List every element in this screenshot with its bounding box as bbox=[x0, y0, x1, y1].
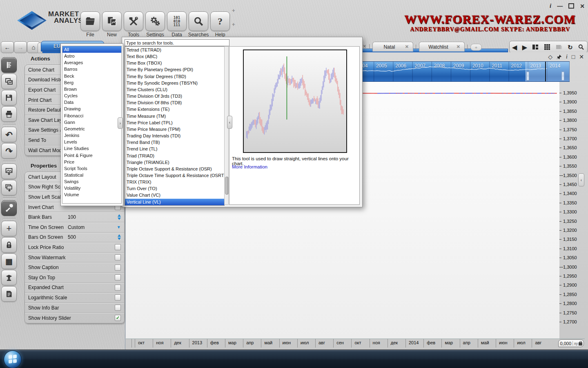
more-information-link[interactable]: More Information bbox=[232, 164, 267, 169]
export-images-button[interactable] bbox=[1, 180, 17, 195]
grid-view-icon[interactable] bbox=[544, 44, 550, 50]
tool-item[interactable]: Vertical Line (VL) bbox=[125, 199, 224, 205]
scale-lock-control[interactable]: 0,000 xy bbox=[558, 339, 584, 347]
property-show-caption[interactable]: Show Caption bbox=[25, 263, 124, 273]
link-diamond-icon[interactable]: ◇ bbox=[548, 54, 552, 60]
new-tab-button[interactable]: + bbox=[470, 44, 482, 51]
category-item[interactable]: Jenkins bbox=[62, 132, 121, 139]
category-item[interactable]: Price bbox=[62, 159, 121, 165]
toolbar-tools-button[interactable] bbox=[124, 11, 143, 31]
close-icon[interactable]: ✕ bbox=[580, 3, 585, 9]
property-bars-on-screen[interactable]: Bars On Screen500 bbox=[25, 233, 124, 243]
chart-info-icon[interactable]: i bbox=[566, 54, 568, 60]
pin-icon[interactable] bbox=[557, 54, 562, 60]
property-value[interactable]: 100 bbox=[68, 214, 76, 220]
tab-natal[interactable]: Natal ✕ bbox=[372, 42, 413, 52]
layout-icon[interactable] bbox=[532, 44, 539, 50]
category-item[interactable]: All bbox=[62, 46, 121, 53]
education-button[interactable] bbox=[1, 270, 17, 285]
tool-item[interactable]: Time By Planetary Degrees (PDI) bbox=[125, 66, 224, 73]
tool-item[interactable]: Trend Band (TB) bbox=[125, 139, 224, 146]
time-axis[interactable]: 0,000 xy октноядек2013февмарапрмайиюниюл… bbox=[126, 339, 585, 348]
category-item[interactable]: Cycles bbox=[62, 92, 121, 99]
category-item[interactable]: Swings bbox=[62, 178, 121, 185]
tool-item[interactable]: Time Extensions (TE) bbox=[125, 106, 224, 112]
grid-button[interactable]: ▦ bbox=[1, 254, 17, 269]
add-button[interactable]: + bbox=[1, 221, 17, 236]
next-chart-icon[interactable]: ▶ bbox=[522, 44, 527, 50]
category-item[interactable]: Gann bbox=[62, 119, 121, 126]
checkbox[interactable] bbox=[115, 265, 121, 271]
category-item[interactable]: Berg bbox=[62, 79, 121, 86]
print-button[interactable] bbox=[1, 106, 17, 122]
tool-item[interactable]: Triad (TRIAD) bbox=[125, 153, 224, 159]
undo-button[interactable]: ↶ bbox=[1, 127, 17, 142]
tool-item[interactable]: Trend Line (TL) bbox=[125, 146, 224, 152]
property-blank-bars[interactable]: Blank Bars100 bbox=[25, 212, 124, 222]
refresh-icon[interactable]: ↻ bbox=[568, 44, 573, 50]
tool-item[interactable]: Value Chart (VC) bbox=[125, 192, 224, 198]
property-show-info-bar[interactable]: Show Info Bar bbox=[25, 303, 124, 313]
category-item[interactable]: Fibonacci bbox=[62, 112, 121, 119]
tool-item[interactable]: Time Measure (TM) bbox=[125, 113, 224, 119]
property-value[interactable]: Custom bbox=[68, 224, 85, 230]
property-expanded-chart[interactable]: Expanded Chart bbox=[25, 283, 124, 293]
export-image-button[interactable] bbox=[1, 164, 17, 179]
tool-item[interactable]: Triangle (TRIANGLE) bbox=[125, 159, 224, 166]
toolbar-help-button[interactable]: ? bbox=[210, 11, 230, 31]
chart-mode-button[interactable] bbox=[1, 57, 17, 73]
category-item[interactable]: Astro bbox=[62, 53, 121, 59]
step-up-icon[interactable] bbox=[118, 214, 121, 217]
tool-item[interactable]: Time Price Label (TPL) bbox=[125, 119, 224, 126]
maximize-icon[interactable] bbox=[568, 3, 574, 9]
category-item[interactable]: Script Tools bbox=[62, 165, 121, 172]
report-button[interactable] bbox=[1, 286, 17, 302]
tab-natal-close-icon[interactable]: ✕ bbox=[405, 44, 409, 49]
tool-item[interactable]: Time Price Measure (TPM) bbox=[125, 126, 224, 132]
tool-item[interactable]: Triple Octave Time Support & Resistance … bbox=[125, 172, 224, 179]
windows-start-button[interactable] bbox=[4, 350, 22, 368]
collapse-preview-button[interactable]: ‹ bbox=[227, 116, 232, 129]
tab-watchlist[interactable]: Watchlist ✕ bbox=[419, 42, 465, 52]
chart-close-icon[interactable]: ✕ bbox=[579, 54, 584, 60]
category-item[interactable]: Barros bbox=[62, 66, 121, 72]
property-stay-on-top[interactable]: Stay On Top bbox=[25, 273, 124, 283]
step-up-icon[interactable] bbox=[118, 234, 121, 237]
checkbox[interactable] bbox=[115, 305, 121, 311]
category-item[interactable]: Brown bbox=[62, 86, 121, 92]
category-item[interactable]: Volume bbox=[62, 191, 121, 198]
wrench-button[interactable] bbox=[1, 200, 17, 216]
category-item[interactable]: Volatility bbox=[62, 185, 121, 191]
category-item[interactable]: Line Studies bbox=[62, 145, 121, 152]
lock-button[interactable] bbox=[1, 237, 17, 253]
category-item[interactable]: Levels bbox=[62, 139, 121, 145]
tool-item[interactable]: Trading Day Intervals (TDI) bbox=[125, 132, 224, 139]
checkbox[interactable] bbox=[115, 274, 121, 280]
price-axis[interactable]: 1,39501,39001,38501,38001,37501,37001,36… bbox=[559, 82, 585, 339]
category-item[interactable]: Statistical bbox=[62, 172, 121, 178]
checkbox[interactable]: ✓ bbox=[115, 315, 121, 321]
tab-close-icon[interactable]: ✕ bbox=[363, 44, 366, 49]
tool-item[interactable]: TRIX (TRIX) bbox=[125, 179, 224, 185]
category-item[interactable]: Averages bbox=[62, 59, 121, 66]
expand-categories-button[interactable]: › bbox=[118, 117, 123, 129]
checkbox[interactable] bbox=[115, 254, 121, 260]
category-item[interactable]: Data bbox=[62, 99, 121, 105]
tool-item[interactable]: Time Clusters (CLU) bbox=[125, 86, 224, 93]
dropdown-chevron-icon[interactable]: ▼ bbox=[117, 225, 121, 229]
step-down-icon[interactable] bbox=[118, 238, 121, 240]
tab-watchlist-close-icon[interactable]: ✕ bbox=[457, 44, 460, 49]
redo-button[interactable]: ↷ bbox=[1, 143, 17, 159]
save-button[interactable] bbox=[1, 90, 17, 105]
tool-item[interactable]: Time Division Of 3rds (TD3) bbox=[125, 93, 224, 99]
clone-picture-button[interactable] bbox=[1, 74, 17, 89]
toolbar-new-button[interactable] bbox=[102, 11, 122, 31]
category-item[interactable]: Beck bbox=[62, 73, 121, 79]
toolbar-file-button[interactable] bbox=[80, 11, 100, 31]
stepper-control[interactable] bbox=[118, 234, 121, 240]
property-show-history-slider[interactable]: Show History Slider✓ bbox=[25, 313, 124, 323]
property-logarithmic-scale[interactable]: Logarithmic Scale bbox=[25, 293, 124, 303]
property-show-watermark[interactable]: Show Watermark bbox=[25, 253, 124, 263]
tool-item[interactable]: Time By Synodic Degrees (TBSYN) bbox=[125, 80, 224, 86]
info-icon[interactable]: i bbox=[550, 2, 551, 9]
